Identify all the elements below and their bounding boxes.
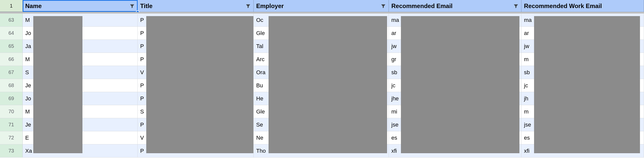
row-number-cell[interactable]: 66 (0, 53, 23, 66)
redaction-block (33, 16, 82, 153)
filter-icon[interactable] (245, 3, 251, 9)
column-header-label: Name (25, 3, 42, 10)
column-header-recommended-email[interactable]: Recommended Email (389, 0, 521, 12)
redaction-block (401, 16, 519, 153)
column-header-title[interactable]: Title (138, 0, 254, 12)
row-number-cell[interactable]: 64 (0, 27, 23, 40)
row-number-cell[interactable]: 72 (0, 131, 23, 144)
redaction-block (269, 16, 387, 153)
row-number-cell[interactable]: 65 (0, 40, 23, 53)
row-number-cell[interactable]: 73 (0, 144, 23, 157)
header-row: 1 Name Title Employer Recommended Email (0, 0, 644, 12)
frozen-row-number-cell[interactable]: 1 (0, 0, 23, 12)
filter-icon[interactable] (513, 3, 519, 9)
column-header-label: Title (140, 3, 153, 10)
column-header-recommended-work-email[interactable]: Recommended Work Email (521, 0, 644, 12)
redaction-block (534, 16, 640, 153)
column-header-label: Recommended Email (391, 3, 453, 10)
filter-icon[interactable] (380, 3, 387, 9)
frozen-row-number: 1 (10, 3, 13, 9)
filter-icon[interactable] (129, 3, 135, 9)
row-number-cell[interactable]: 68 (0, 79, 23, 92)
freeze-pane-divider[interactable] (0, 12, 644, 14)
row-number-cell[interactable]: 63 (0, 14, 23, 26)
column-header-name[interactable]: Name (23, 0, 138, 12)
column-header-label: Employer (256, 3, 284, 10)
row-number-cell[interactable]: 67 (0, 66, 23, 79)
redaction-block (146, 16, 253, 153)
spreadsheet: 1 Name Title Employer Recommended Email (0, 0, 644, 158)
row-number-cell[interactable]: 70 (0, 105, 23, 118)
column-header-label: Recommended Work Email (524, 3, 602, 10)
row-number-cell[interactable]: 71 (0, 118, 23, 131)
column-header-employer[interactable]: Employer (254, 0, 389, 12)
row-number-cell[interactable]: 69 (0, 92, 23, 105)
